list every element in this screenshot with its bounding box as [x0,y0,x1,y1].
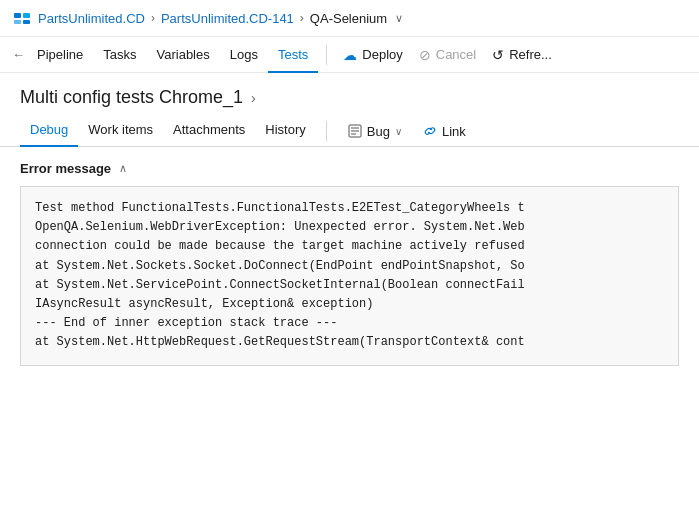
nav-item-logs[interactable]: Logs [220,37,268,73]
back-arrow-icon[interactable]: ← [12,47,25,62]
breadcrumb-org[interactable]: PartsUnlimited.CD [38,11,145,26]
bug-chevron-icon: ∨ [395,126,402,137]
error-line-3: at System.Net.Sockets.Socket.DoConnect(E… [35,257,664,276]
error-line-2: connection could be made because the tar… [35,237,664,256]
nav-item-tasks[interactable]: Tasks [93,37,146,73]
deploy-cloud-icon: ☁ [343,47,357,63]
error-line-4: at System.Net.ServicePoint.ConnectSocket… [35,276,664,295]
tab-attachments[interactable]: Attachments [163,116,255,147]
tab-debug[interactable]: Debug [20,116,78,147]
error-line-1: OpenQA.Selenium.WebDriverException: Unex… [35,218,664,237]
breadcrumb-bar: PartsUnlimited.CD › PartsUnlimited.CD-14… [0,0,699,37]
nav-bar: ← Pipeline Tasks Variables Logs Tests ☁ … [0,37,699,73]
svg-rect-3 [23,20,30,24]
link-icon [423,124,437,138]
bug-action[interactable]: Bug ∨ [337,119,413,144]
deploy-label: Deploy [362,47,402,62]
deploy-button[interactable]: ☁ Deploy [335,47,410,63]
refresh-label: Refre... [509,47,552,62]
tabs-separator [326,121,327,141]
error-line-6: --- End of inner exception stack trace -… [35,314,664,333]
breadcrumb-pipeline[interactable]: PartsUnlimited.CD-141 [161,11,294,26]
error-line-5: IAsyncResult asyncResult, Exception& exc… [35,295,664,314]
pipeline-icon [12,8,32,28]
page-title-bar: Multi config tests Chrome_1 › [0,73,699,116]
nav-item-pipeline[interactable]: Pipeline [27,37,93,73]
nav-item-variables[interactable]: Variables [147,37,220,73]
link-action[interactable]: Link [413,120,476,143]
error-message-box: Test method FunctionalTests.FunctionalTe… [20,186,679,366]
page-title-chevron[interactable]: › [251,90,256,106]
tabs-bar: Debug Work items Attachments History Bug… [0,116,699,147]
breadcrumb-sep-2: › [300,11,304,25]
tab-work-items[interactable]: Work items [78,116,163,147]
link-label: Link [442,124,466,139]
refresh-button[interactable]: ↺ Refre... [484,47,560,63]
error-section-title: Error message [20,161,111,176]
error-line-7: at System.Net.HttpWebRequest.GetRequestS… [35,333,664,352]
refresh-icon: ↺ [492,47,504,63]
breadcrumb-current: QA-Selenium [310,11,387,26]
error-section-toggle[interactable]: ∧ [119,162,127,175]
cancel-label: Cancel [436,47,476,62]
breadcrumb-sep-1: › [151,11,155,25]
nav-item-tests[interactable]: Tests [268,37,318,73]
breadcrumb-dropdown-chevron[interactable]: ∨ [395,12,403,25]
svg-rect-1 [23,13,30,18]
cancel-button: ⊘ Cancel [411,47,484,63]
svg-rect-2 [14,20,21,24]
content-area: Error message ∧ Test method FunctionalTe… [0,147,699,380]
cancel-icon: ⊘ [419,47,431,63]
tab-history[interactable]: History [255,116,315,147]
error-line-0: Test method FunctionalTests.FunctionalTe… [35,199,664,218]
svg-rect-0 [14,13,21,18]
error-section-header: Error message ∧ [20,161,679,176]
page-title: Multi config tests Chrome_1 [20,87,243,108]
nav-separator [326,45,327,65]
bug-label: Bug [367,124,390,139]
bug-icon [348,124,362,138]
